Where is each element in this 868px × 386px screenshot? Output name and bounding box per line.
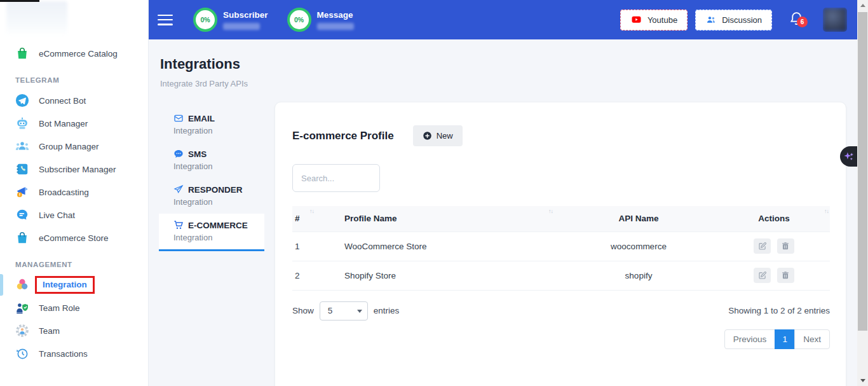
youtube-button[interactable]: Youtube [620,10,688,31]
telegram-icon [15,93,29,107]
sidebar-section-telegram: TELEGRAM [0,65,148,89]
ai-assistant-fab[interactable] [840,146,857,167]
notification-badge: 6 [797,17,808,27]
row-number: 2 [292,261,338,290]
avatar-blurred-image [823,8,847,32]
discussion-button[interactable]: Discussion [695,10,772,31]
sidebar-item-connect-bot[interactable]: Connect Bot [0,89,148,112]
sms-bubble-icon [173,149,184,159]
column-header-num[interactable]: #↑↓ [292,206,338,231]
subscriber-stat: 0% Subscriber [193,8,268,32]
show-label: Show [292,306,314,315]
profiles-table: #↑↓ Profile Name↑↓ API Name Actions↑↓ 1 … [292,206,830,291]
sidebar-item-label-annotated: Integration [35,276,95,294]
tab-responder-integration[interactable]: RESPONDER Integration [159,178,264,214]
sort-icon[interactable]: ↑↓ [824,208,829,214]
notifications-bell[interactable]: 6 [789,10,808,29]
tab-title: SMS [188,149,207,159]
search-input[interactable] [292,164,380,192]
cart-icon [173,220,184,230]
active-indicator [0,274,3,296]
sidebar-item-bot-manager[interactable]: Bot Manager [0,112,148,135]
sidebar-item-live-chat[interactable]: Live Chat [0,203,148,226]
panel-title: E-commerce Profile [292,130,394,142]
sidebar-item-label: Connect Bot [39,96,86,106]
youtube-icon [630,15,642,24]
column-header-profile-name[interactable]: Profile Name↑↓ [338,206,559,231]
api-name-cell: woocommerce [559,231,718,261]
tab-title: RESPONDER [188,185,243,195]
page-title: Integrations [160,56,240,72]
avatar[interactable] [823,8,847,32]
sidebar-item-transactions[interactable]: Transactions [0,342,148,365]
scrollbar-thumb[interactable] [858,12,867,331]
page-size-select[interactable]: 5 [320,301,368,321]
edit-icon [758,242,767,251]
scrollbar[interactable] [857,0,868,386]
topbar: 0% Subscriber 0% Message Youtube Discuss… [149,0,857,39]
tab-subtitle: Integration [173,197,264,207]
scrollbar-down-arrow[interactable] [857,375,868,386]
pagination: Previous 1 Next [292,329,830,349]
api-name-cell: shopify [559,261,718,290]
sidebar-item-group-manager[interactable]: Group Manager [0,135,148,158]
entries-label: entries [374,306,400,315]
shield-person-icon [15,301,29,315]
tab-title: EMAIL [188,114,215,123]
shopping-bag-green-icon [15,46,29,60]
tab-email-integration[interactable]: EMAIL Integration [159,107,264,142]
hamburger-menu-icon[interactable] [158,15,173,25]
edit-button[interactable] [754,268,771,283]
robot-icon [15,116,29,130]
ecommerce-profile-card: E-commerce Profile New #↑↓ Profile Name↑… [275,102,846,386]
top-black-bar [0,0,39,2]
subscriber-stat-value-blurred [223,23,260,30]
column-header-actions[interactable]: Actions↑↓ [718,206,830,231]
tab-sms-integration[interactable]: SMS Integration [159,142,264,178]
envelope-icon [173,113,184,123]
sidebar-item-broadcasting[interactable]: Broadcasting [0,181,148,203]
tab-title: E-COMMERCE [188,221,248,230]
edit-button[interactable] [754,238,771,254]
sort-icon[interactable]: ↑↓ [548,208,553,214]
sidebar-item-label: eCommerce Store [39,233,109,243]
actions-cell [718,261,830,290]
gear-person-icon [15,324,29,338]
table-row: 2 Shopify Store shopify [292,261,830,290]
sidebar-item-label: Broadcasting [39,188,89,197]
sidebar-item-team-role[interactable]: Team Role [0,296,148,319]
edit-icon [758,271,767,280]
profile-name-cell: WooCommerce Store [338,231,559,261]
sidebar-item-label: Transactions [39,349,88,359]
sort-icon[interactable]: ↑↓ [309,208,314,214]
sidebar-item-team[interactable]: Team [0,319,148,342]
trash-icon [781,271,790,280]
sidebar-item-subscriber-manager[interactable]: Subscriber Manager [0,158,148,181]
sparkles-icon [843,151,855,163]
sidebar-nav: eCommerce Catalog TELEGRAM Connect Bot B… [0,42,148,365]
sidebar-item-ecommerce-catalog[interactable]: eCommerce Catalog [0,42,148,65]
integration-subnav: EMAIL Integration SMS Integration RESPON… [159,107,264,251]
column-header-api-name[interactable]: API Name [559,206,718,231]
sidebar-item-label: Team Role [39,303,80,313]
delete-button[interactable] [777,238,794,254]
history-clock-icon [15,347,29,361]
current-page-button[interactable]: 1 [775,329,795,349]
sidebar-item-integration[interactable]: Integration [0,273,148,296]
delete-button[interactable] [777,268,794,283]
sidebar: eCommerce Catalog TELEGRAM Connect Bot B… [0,0,149,386]
tab-subtitle: Integration [173,162,264,171]
tab-ecommerce-integration[interactable]: E-COMMERCE Integration [159,214,264,251]
sidebar-section-management: MANAGEMENT [0,249,148,273]
app-logo[interactable] [6,1,67,36]
previous-page-button[interactable]: Previous [724,329,776,349]
discussion-button-label: Discussion [722,15,762,25]
scrollbar-up-arrow[interactable] [857,0,868,11]
next-page-button[interactable]: Next [794,329,830,349]
sidebar-item-ecommerce-store[interactable]: eCommerce Store [0,226,148,249]
paper-plane-icon [173,184,184,195]
message-stat-label: Message [317,10,354,20]
youtube-button-label: Youtube [648,15,677,25]
table-header-row: #↑↓ Profile Name↑↓ API Name Actions↑↓ [292,206,830,231]
new-profile-button[interactable]: New [413,125,463,146]
